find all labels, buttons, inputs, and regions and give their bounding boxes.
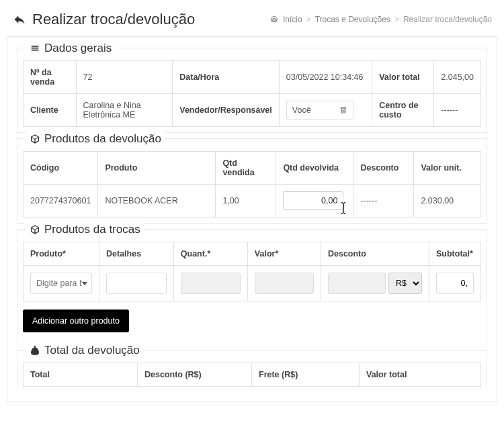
th-qty-returned: Qtd devolvida: [276, 152, 353, 185]
add-product-button[interactable]: Adicionar outro produto: [23, 310, 129, 332]
seller-box[interactable]: Você: [286, 101, 353, 120]
breadcrumb-home[interactable]: Início: [283, 15, 302, 24]
exchange-fieldset: Produtos da trocas Produto* Detalhes Qua…: [17, 229, 487, 344]
th-ex-value: Valor*: [247, 242, 321, 266]
page-title-wrap: Realizar troca/devolução: [12, 11, 195, 28]
value-client: Carolina e Nina Eletrônica ME: [76, 94, 173, 127]
exchange-legend: Produtos da trocas: [26, 223, 144, 236]
label-client: Cliente: [24, 94, 77, 127]
dashboard-icon: [269, 15, 279, 23]
money-bag-icon: [30, 345, 40, 356]
label-datetime: Data/Hora: [173, 61, 280, 94]
th-ex-quant: Quant.*: [173, 242, 247, 266]
details-input[interactable]: [106, 273, 167, 294]
general-legend: Dados gerais: [26, 42, 116, 55]
cell-qty-sold: 1,00: [216, 185, 276, 218]
page-title: Realizar troca/devolução: [32, 11, 195, 28]
breadcrumb: Início > Trocas e Devoluções > Realizar …: [269, 15, 492, 24]
value-seller-cell: Você: [279, 94, 372, 127]
breadcrumb-mid[interactable]: Trocas e Devoluções: [315, 15, 390, 24]
breadcrumb-current: Realizar troca/devolução: [403, 15, 492, 24]
cell-discount: ------: [353, 185, 414, 218]
product-search-input[interactable]: [36, 279, 82, 288]
currency-select[interactable]: R$: [388, 273, 422, 294]
chevron-down-icon: [82, 282, 87, 285]
trash-icon[interactable]: [339, 105, 347, 115]
table-row: 2077274370601 NOTEBOOK ACER 1,00 ------ …: [24, 185, 481, 218]
quant-input[interactable]: [181, 273, 241, 294]
general-table: Nº da venda 72 Data/Hora 03/05/2022 10:3…: [23, 60, 481, 127]
cube-icon: [30, 134, 40, 144]
subtotal-input[interactable]: [436, 273, 474, 294]
th-qty-sold: Qtd vendida: [216, 152, 276, 185]
value-total: 2.045,00: [434, 61, 481, 94]
th-total: Total: [24, 363, 138, 387]
reply-icon: [12, 13, 27, 26]
cube-icon: [30, 224, 40, 235]
th-ex-details: Detalhes: [99, 242, 174, 266]
content: Dados gerais Nº da venda 72 Data/Hora 03…: [0, 36, 504, 420]
cell-product: NOTEBOOK ACER: [98, 185, 216, 218]
label-cost-center: Centro de custo: [372, 94, 434, 127]
th-ex-subtotal: Subtotal*: [429, 242, 481, 266]
cell-unit-value: 2.030,00: [414, 185, 481, 218]
exchange-row: R$: [24, 266, 481, 301]
cell-qty-returned: [276, 185, 353, 218]
label-seller: Vendedor/Responsável: [173, 94, 280, 127]
discount-input[interactable]: [328, 273, 386, 294]
value-input[interactable]: [255, 273, 314, 294]
seller-name: Você: [292, 105, 311, 115]
return-table: Código Produto Qtd vendida Qtd devolvida…: [23, 151, 481, 218]
label-sale-no: Nº da venda: [24, 61, 77, 94]
return-legend: Produtos da devolução: [26, 132, 165, 146]
exchange-table: Produto* Detalhes Quant.* Valor* Descont…: [23, 242, 481, 301]
th-unit-value: Valor unit.: [414, 152, 481, 185]
main-panel: Dados gerais Nº da venda 72 Data/Hora 03…: [7, 36, 497, 402]
value-datetime: 03/05/2022 10:34:46: [279, 61, 372, 94]
th-total-value: Valor total: [360, 363, 481, 387]
th-discount: Desconto: [353, 152, 414, 185]
value-sale-no: 72: [76, 61, 173, 94]
breadcrumb-sep: >: [394, 15, 399, 24]
label-total: Valor total: [372, 61, 434, 94]
qty-returned-input[interactable]: [283, 191, 343, 210]
th-total-discount: Desconto (R$): [138, 363, 252, 387]
general-fieldset: Dados gerais Nº da venda 72 Data/Hora 03…: [17, 48, 487, 133]
page-header: Realizar troca/devolução Início > Trocas…: [0, 0, 504, 36]
breadcrumb-sep: >: [306, 15, 311, 24]
totals-legend: Total da devolução: [26, 344, 144, 357]
th-ex-product: Produto*: [24, 242, 99, 266]
value-cost-center: ------: [434, 94, 481, 127]
th-code: Código: [24, 152, 98, 185]
totals-fieldset: Total da devolução Total Desconto (R$) F…: [17, 350, 487, 387]
th-total-freight: Frete (R$): [252, 363, 360, 387]
th-ex-discount: Desconto: [321, 242, 429, 266]
product-search[interactable]: [30, 273, 92, 294]
return-fieldset: Produtos da devolução Código Produto Qtd…: [17, 138, 487, 224]
th-product: Produto: [98, 152, 216, 185]
list-icon: [30, 44, 40, 53]
cell-code: 2077274370601: [24, 185, 98, 218]
totals-table: Total Desconto (R$) Frete (R$) Valor tot…: [23, 363, 481, 387]
